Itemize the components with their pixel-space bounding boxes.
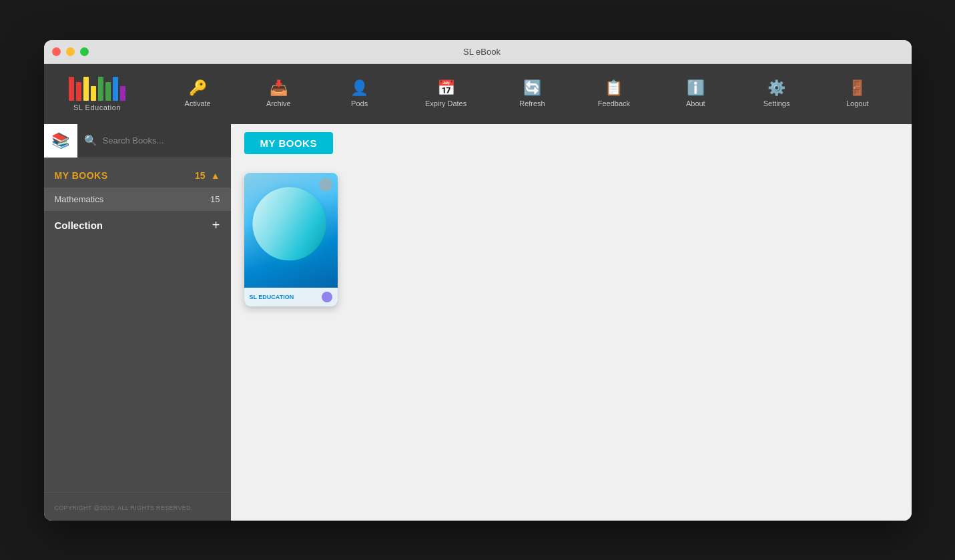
nav-item-expiry-dates[interactable]: 📅 Expiry Dates: [417, 75, 474, 113]
collection-label: Collection: [55, 220, 212, 231]
archive-label: Archive: [266, 99, 291, 107]
book-footer-badge: [322, 292, 332, 302]
nav-item-about[interactable]: ℹ️ About: [672, 75, 719, 113]
my-books-count: 15: [195, 170, 206, 181]
search-area: 🔍: [77, 134, 231, 147]
search-input[interactable]: [103, 135, 224, 146]
sidebar: 📚 🔍 MY BOOKS 15 ▲ M: [44, 124, 231, 521]
sidebar-item-mathematics[interactable]: Mathematics 15: [44, 188, 231, 211]
book-wave: [244, 178, 334, 268]
my-books-label: MY BOOKS: [55, 170, 196, 181]
nav-item-pods[interactable]: 👤 Pods: [336, 75, 383, 113]
feedback-icon: 📋: [605, 81, 623, 95]
nav-item-archive[interactable]: 📥 Archive: [255, 75, 302, 113]
logo-bar-8: [120, 86, 125, 101]
logo-text: SL Education: [73, 103, 121, 111]
logo-bar-7: [113, 77, 118, 101]
mathematics-label: Mathematics: [55, 194, 211, 204]
nav-item-feedback[interactable]: 📋 Feedback: [590, 75, 638, 113]
nav-item-refresh[interactable]: 🔄 Refresh: [509, 75, 555, 113]
titlebar: SL eBook: [44, 40, 912, 64]
sidebar-footer: COPYRIGHT @2020. ALL RIGHTS RESERVED.: [44, 492, 231, 521]
nav-item-logout[interactable]: 🚪 Logout: [834, 75, 881, 113]
app-window: SL eBook SL Education: [44, 40, 912, 521]
expiry-dates-icon: 📅: [437, 81, 455, 95]
archive-icon: 📥: [270, 81, 288, 95]
settings-label: Settings: [763, 99, 790, 107]
books-grid: SL EDUCATION: [231, 162, 912, 521]
content-header: MY BOOKS: [231, 124, 912, 162]
expiry-dates-label: Expiry Dates: [425, 99, 466, 107]
logo-bars: [69, 77, 125, 101]
library-icon: 📚: [51, 132, 69, 150]
section-title-button[interactable]: MY BOOKS: [244, 132, 333, 154]
pods-icon: 👤: [350, 81, 368, 95]
refresh-label: Refresh: [519, 99, 545, 107]
my-books-header[interactable]: MY BOOKS 15 ▲: [44, 164, 231, 188]
activate-icon: 🔑: [189, 81, 207, 95]
book-card[interactable]: SL EDUCATION: [244, 173, 338, 306]
add-collection-icon[interactable]: +: [212, 218, 220, 233]
navbar: SL Education 🔑 Activate 📥 Archive 👤 Pods…: [44, 64, 912, 124]
about-icon: ℹ️: [687, 81, 705, 95]
logo-area: SL Education: [57, 77, 137, 111]
window-title: SL eBook: [94, 47, 870, 57]
logo-bar-4: [91, 86, 96, 101]
sidebar-logo-button[interactable]: 📚: [44, 124, 77, 158]
main-content: 📚 🔍 MY BOOKS 15 ▲ M: [44, 124, 912, 521]
book-cover: SL EDUCATION: [244, 173, 338, 306]
chevron-up-icon: ▲: [211, 170, 220, 181]
app-body: SL Education 🔑 Activate 📥 Archive 👤 Pods…: [44, 64, 912, 521]
search-icon: 🔍: [84, 134, 97, 147]
about-label: About: [686, 99, 705, 107]
settings-icon: ⚙️: [767, 81, 785, 95]
collection-item[interactable]: Collection +: [44, 211, 231, 240]
logo-bar-1: [69, 77, 74, 101]
logo-bar-3: [83, 77, 89, 101]
logout-label: Logout: [846, 99, 869, 107]
mathematics-count: 15: [210, 194, 220, 204]
logo-bar-5: [98, 77, 103, 101]
nav-item-settings[interactable]: ⚙️ Settings: [753, 75, 800, 113]
book-footer-text: SL EDUCATION: [250, 294, 294, 300]
pods-label: Pods: [351, 99, 368, 107]
sidebar-nav: MY BOOKS 15 ▲ Mathematics 15 Collection …: [44, 158, 231, 492]
logo-bar-2: [76, 82, 81, 101]
close-button[interactable]: [52, 47, 61, 56]
maximize-button[interactable]: [80, 47, 89, 56]
activate-label: Activate: [185, 99, 211, 107]
nav-items: 🔑 Activate 📥 Archive 👤 Pods 📅 Expiry Dat…: [157, 75, 898, 113]
sidebar-search: 📚 🔍: [44, 124, 231, 158]
copyright-text: COPYRIGHT @2020. ALL RIGHTS RESERVED.: [55, 505, 193, 511]
nav-item-activate[interactable]: 🔑 Activate: [174, 75, 221, 113]
refresh-icon: 🔄: [523, 81, 541, 95]
logo-bar-6: [105, 82, 111, 101]
content-area: MY BOOKS SL EDUCATION: [231, 124, 912, 521]
logout-icon: 🚪: [848, 81, 866, 95]
book-badge-top: [319, 178, 332, 192]
minimize-button[interactable]: [66, 47, 75, 56]
book-footer: SL EDUCATION: [244, 288, 338, 306]
feedback-label: Feedback: [598, 99, 630, 107]
